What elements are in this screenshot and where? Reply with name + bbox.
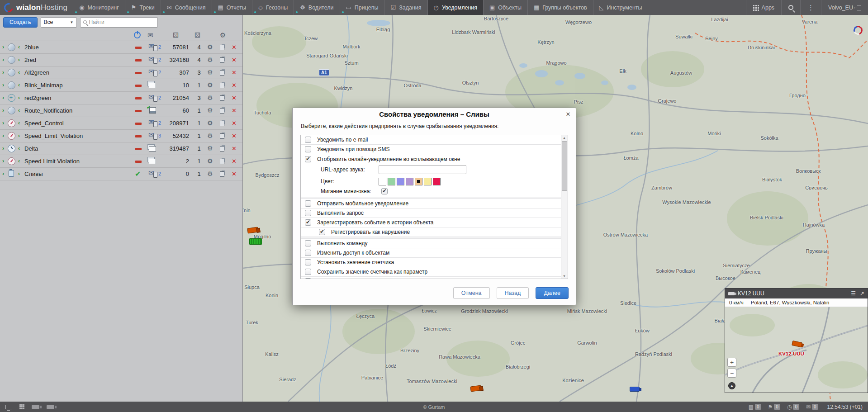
expand-icon[interactable]: › [2, 82, 4, 88]
notification-row[interactable]: › ‹ 2blue 2 57081 4 ⚙ ✕ [0, 41, 242, 54]
notification-row[interactable]: › ‹ Speed_Limit_Violation 3 52432 1 ⚙ ✕ [0, 130, 242, 142]
delete-button[interactable]: ✕ [232, 158, 237, 165]
action-row[interactable]: Уведомить при помощи SMS [301, 145, 561, 154]
nav-item-units[interactable]: ▣ Объекты [483, 0, 527, 15]
notification-row[interactable]: › ‹ Speed_Control 2 208971 1 ⚙ ✕ [0, 117, 242, 130]
action-row[interactable]: Уведомить по e-mail [301, 135, 561, 145]
properties-button[interactable]: ⚙ [207, 157, 213, 165]
recenter-button[interactable]: ▲ [728, 382, 735, 389]
truck-icon[interactable] [32, 405, 39, 409]
app-logo[interactable]: wialonHosting [0, 0, 73, 15]
sound-url-input[interactable] [379, 165, 466, 174]
activation-toggle[interactable] [135, 54, 143, 66]
back-button[interactable]: Назад [497, 287, 529, 299]
collapse-icon[interactable]: ‹ [18, 95, 20, 101]
properties-button[interactable]: ⚙ [207, 81, 213, 89]
routes-counter[interactable]: ⚑ 0 [768, 404, 780, 410]
search-button[interactable] [781, 0, 800, 15]
notification-row[interactable]: › ‹ Сливы 2 0 1 ⚙ ✕ [0, 168, 242, 180]
activation-toggle[interactable] [135, 104, 143, 117]
action-row[interactable]: Изменить доступ к объектам [301, 248, 561, 258]
checkbox[interactable] [305, 278, 311, 279]
action-row[interactable]: Регистрировать как нарушение [301, 227, 561, 237]
trailer-truck-icon[interactable] [47, 405, 54, 409]
nav-item-unit-groups[interactable]: ▦ Группы объектов [527, 0, 593, 15]
mini-window-titlebar[interactable]: KV12 UUU ☰ ↗ [725, 289, 868, 298]
expand-icon[interactable]: › [2, 69, 4, 76]
color-swatch[interactable] [397, 178, 404, 185]
activation-toggle[interactable] [135, 41, 143, 54]
unit-marker[interactable] [249, 238, 262, 245]
action-row[interactable]: Выполнить запрос [301, 208, 561, 218]
nav-item-notifications[interactable]: ◷ Уведомления [427, 0, 484, 15]
collapse-icon[interactable]: ‹ [18, 82, 20, 88]
expand-icon[interactable]: › [2, 44, 4, 50]
checkbox[interactable] [305, 219, 311, 226]
action-row[interactable] [301, 277, 561, 279]
collapse-icon[interactable]: ‹ [18, 170, 20, 177]
notification-row[interactable]: › ‹ Delta 319487 1 ⚙ ✕ [0, 142, 242, 155]
collapse-icon[interactable]: ‹ [18, 107, 20, 114]
delete-button[interactable]: ✕ [232, 57, 237, 63]
notification-row[interactable]: › ‹ Speed Limit Violation 2 1 ⚙ ✕ [0, 155, 242, 168]
checkbox[interactable] [305, 210, 311, 216]
blink-checkbox[interactable] [381, 188, 388, 194]
expand-icon[interactable]: › [2, 57, 4, 63]
activation-toggle[interactable] [135, 168, 143, 180]
collapse-icon[interactable]: ‹ [18, 133, 20, 139]
delete-button[interactable]: ✕ [232, 107, 237, 114]
delete-button[interactable]: ✕ [232, 69, 237, 76]
copy-button[interactable] [220, 57, 224, 63]
search-input[interactable] [89, 19, 155, 25]
color-swatch[interactable] [406, 178, 413, 185]
color-swatch[interactable] [424, 178, 432, 185]
properties-button[interactable]: ⚙ [207, 170, 213, 177]
nav-item-geofences[interactable]: ◇ Геозоны [252, 0, 294, 15]
nav-item-jobs[interactable]: ☑ Задания [384, 0, 427, 15]
properties-button[interactable]: ⚙ [207, 69, 213, 76]
notification-row[interactable]: › ‹ red2green 2 21054 3 ⚙ ✕ [0, 92, 242, 104]
scrollbar[interactable] [561, 135, 568, 279]
jobs-counter[interactable]: ▤ 0 [749, 404, 761, 410]
activation-toggle[interactable] [135, 117, 143, 130]
copy-button[interactable] [220, 95, 224, 101]
nav-item-messages[interactable]: ✉ Сообщения [161, 0, 212, 15]
create-button[interactable]: Создать [3, 17, 38, 28]
filter-select[interactable]: Все ▼ [41, 17, 77, 28]
expand-icon[interactable]: › [2, 145, 4, 152]
copy-button[interactable] [220, 171, 224, 177]
messages-counter[interactable]: ✉ 0 [806, 404, 818, 410]
nav-item-reports[interactable]: ▤ Отчеты [212, 0, 252, 15]
notifications-counter[interactable]: ◷ 0 [787, 404, 799, 410]
monitor-icon[interactable] [5, 405, 12, 409]
copy-button[interactable] [220, 133, 224, 139]
copy-button[interactable] [220, 146, 224, 152]
collapse-icon[interactable]: ‹ [18, 158, 20, 164]
zoom-out-button[interactable]: − [727, 369, 736, 378]
zoom-in-button[interactable]: + [727, 358, 736, 367]
more-button[interactable]: ⋮ [800, 0, 821, 15]
unit-marker[interactable] [247, 227, 258, 233]
action-row[interactable]: Сохранить значение счетчика как параметр [301, 267, 561, 277]
expand-icon[interactable]: › [2, 95, 4, 101]
activation-toggle[interactable] [135, 92, 143, 104]
copy-button[interactable] [220, 45, 224, 50]
properties-button[interactable]: ⚙ [207, 145, 213, 152]
collapse-icon[interactable]: ‹ [18, 69, 20, 76]
expand-icon[interactable]: › [2, 120, 4, 126]
unit-marker[interactable] [630, 387, 640, 392]
properties-button[interactable]: ⚙ [207, 107, 213, 114]
collapse-icon[interactable]: ‹ [18, 57, 20, 63]
checkbox[interactable] [305, 250, 311, 256]
notification-row[interactable]: › ‹ Route_Notification 60 1 ⚙ ✕ [0, 104, 242, 117]
checkbox[interactable] [305, 137, 311, 143]
apps-button[interactable]: Apps [746, 0, 782, 15]
expand-icon[interactable]: › [2, 133, 4, 139]
delete-button[interactable]: ✕ [232, 82, 237, 89]
close-icon[interactable]: ✕ [564, 111, 572, 118]
action-row[interactable]: Зарегистрировать событие в истории объек… [301, 218, 561, 227]
collapse-icon[interactable]: ‹ [18, 120, 20, 126]
copy-button[interactable] [220, 83, 224, 88]
copy-button[interactable] [220, 159, 224, 164]
color-swatch[interactable] [433, 178, 441, 185]
